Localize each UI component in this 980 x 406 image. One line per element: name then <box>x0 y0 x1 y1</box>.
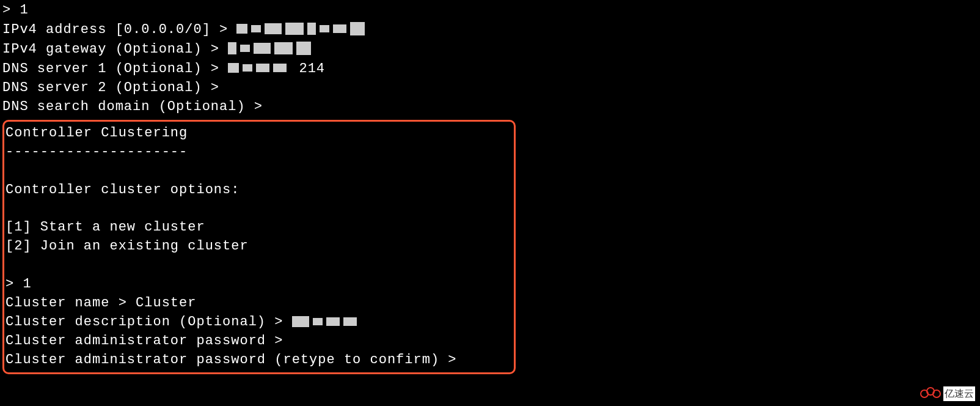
clustering-divider: --------------------- <box>4 143 514 162</box>
prompt-line[interactable]: > 1 <box>2 1 978 20</box>
dns1-line[interactable]: DNS server 1 (Optional) > 214 <box>2 59 978 79</box>
cluster-option-2: [2] Join an existing cluster <box>4 237 514 256</box>
ipv4-address-label: IPv4 address [0.0.0.0/0] > <box>2 22 236 37</box>
dns-search-line[interactable]: DNS search domain (Optional) > <box>2 98 978 117</box>
blank-line <box>4 162 514 181</box>
cluster-option-1: [1] Start a new cluster <box>4 218 514 237</box>
watermark: 亿速云 <box>920 386 975 401</box>
clustering-title: Controller Clustering <box>4 124 514 143</box>
blank-line <box>4 256 514 275</box>
ipv4-gateway-line[interactable]: IPv4 gateway (Optional) > <box>2 40 978 59</box>
blank-line <box>4 200 514 219</box>
dns1-value-suffix: 214 <box>290 61 325 76</box>
redacted-dns1 <box>228 59 290 78</box>
admin-pass-line[interactable]: Cluster administrator password > <box>4 332 514 351</box>
cluster-options-title: Controller cluster options: <box>4 181 514 200</box>
cluster-desc-line[interactable]: Cluster description (Optional) > <box>4 312 514 332</box>
ipv4-gateway-label: IPv4 gateway (Optional) > <box>2 42 228 57</box>
redacted-ipv4-gateway <box>228 40 315 59</box>
dns1-label: DNS server 1 (Optional) > <box>2 61 228 76</box>
watermark-text: 亿速云 <box>943 386 975 401</box>
cluster-name-label: Cluster name > <box>5 295 136 311</box>
ipv4-address-line[interactable]: IPv4 address [0.0.0.0/0] > <box>2 20 978 40</box>
clustering-section: Controller Clustering ------------------… <box>2 120 516 374</box>
watermark-icon <box>920 387 941 400</box>
cluster-desc-label: Cluster description (Optional) > <box>5 315 292 330</box>
dns2-line[interactable]: DNS server 2 (Optional) > <box>2 79 978 98</box>
cluster-name-value: Cluster <box>136 295 196 311</box>
admin-pass-confirm-line[interactable]: Cluster administrator password (retype t… <box>4 351 514 370</box>
terminal-output: > 1 IPv4 address [0.0.0.0/0] > IPv4 gate… <box>0 0 980 375</box>
cluster-prompt-line[interactable]: > 1 <box>4 275 514 294</box>
redacted-cluster-desc <box>292 312 360 331</box>
redacted-ipv4-address <box>236 20 368 39</box>
cluster-name-line[interactable]: Cluster name > Cluster <box>4 294 514 313</box>
